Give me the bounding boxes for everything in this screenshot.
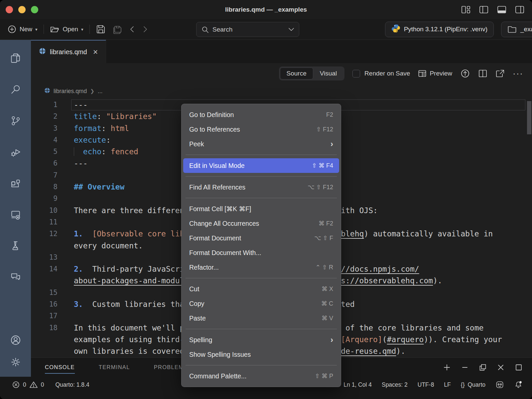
eol-status[interactable]: LF <box>444 381 451 388</box>
menu-item-cut[interactable]: Cut⌘ X <box>183 282 339 296</box>
feedback-smiley-icon[interactable] <box>495 380 504 389</box>
line-number: 15 <box>31 287 58 299</box>
toolbar-divider <box>44 25 44 34</box>
customize-layout-icon[interactable] <box>461 5 471 14</box>
new-console-icon[interactable] <box>443 363 451 371</box>
menu-item-shortcut: ⌘ F2 <box>319 220 333 227</box>
save-icon[interactable] <box>96 24 106 34</box>
chevron-right-icon: ❯ <box>90 88 94 94</box>
menu-item-paste[interactable]: Paste⌘ V <box>183 311 339 326</box>
menu-item-find-all-references[interactable]: Find All References⌥ ⇧ F12 <box>183 180 339 195</box>
quarto-file-icon <box>44 87 50 95</box>
chevron-down-icon: ▾ <box>81 27 83 32</box>
line-number: 5 <box>31 146 58 158</box>
toggle-left-sidebar-icon[interactable] <box>479 5 489 14</box>
menu-item-label: Peek <box>189 140 331 148</box>
menu-item-command-palette[interactable]: Command Palette...⇧ ⌘ P <box>183 369 339 383</box>
code-text: format: html <box>58 124 129 133</box>
menu-item-label: Paste <box>189 315 322 322</box>
explorer-icon[interactable] <box>10 53 21 64</box>
indentation-status[interactable]: Spaces: 2 <box>382 381 408 388</box>
preview-button[interactable]: Preview <box>418 69 452 77</box>
zoom-window-button[interactable] <box>31 6 38 13</box>
menu-item-copy[interactable]: Copy⌘ C <box>183 296 339 311</box>
tab-label: libraries.qmd <box>50 48 87 56</box>
panel-tab-console[interactable]: CONSOLE <box>45 362 75 372</box>
line-number: 3 <box>31 123 58 134</box>
toggle-right-sidebar-icon[interactable] <box>515 5 525 14</box>
visual-mode-button[interactable]: Visual <box>313 67 343 79</box>
navigate-forward-icon[interactable] <box>142 24 149 34</box>
run-debug-icon[interactable] <box>10 146 21 158</box>
menu-item-label: Change All Occurrences <box>189 220 319 227</box>
close-panel-icon[interactable] <box>497 363 505 371</box>
preview-icon <box>418 69 427 77</box>
menu-item-format-document[interactable]: Format Document⌥ ⇧ F <box>183 231 339 245</box>
menu-item-label: Find All References <box>189 184 308 191</box>
menu-item-shortcut: ⌘ C <box>321 300 333 307</box>
close-window-button[interactable] <box>6 6 13 13</box>
testing-beaker-icon[interactable] <box>10 240 21 251</box>
source-control-icon[interactable] <box>10 115 21 126</box>
workspace-selector[interactable]: _examples <box>501 22 532 37</box>
menu-item-peek[interactable]: Peek› <box>183 137 339 151</box>
account-icon[interactable] <box>10 334 22 346</box>
menu-item-shortcut: ⌥ ⇧ F <box>314 234 333 242</box>
cursor-position-status[interactable]: Ln 1, Col 4 <box>343 381 372 388</box>
menu-item-show-spelling-issues[interactable]: Show Spelling Issues <box>183 347 339 362</box>
menu-item-edit-in-visual-mode[interactable]: Edit in Visual Mode⇧ ⌘ F4 <box>183 158 339 173</box>
menu-item-shortcut: F2 <box>326 111 333 118</box>
line-number: 12 <box>31 228 58 240</box>
search-input[interactable]: Search <box>196 22 299 37</box>
breadcrumb[interactable]: libraries.qmd ❯ ... <box>31 84 532 98</box>
editor-scrollbar[interactable] <box>527 101 531 134</box>
breadcrumb-more[interactable]: ... <box>98 88 103 95</box>
tab-libraries-qmd[interactable]: libraries.qmd × <box>31 40 106 63</box>
extensions-icon[interactable] <box>10 178 21 189</box>
restore-panel-icon[interactable] <box>479 363 487 371</box>
menu-item-go-to-references[interactable]: Go to References⇧ F12 <box>183 122 339 137</box>
menu-item-format-document-with[interactable]: Format Document With... <box>183 245 339 260</box>
notifications-bell-icon[interactable] <box>514 380 523 389</box>
comments-icon[interactable] <box>10 271 21 283</box>
code-text: --- <box>58 159 88 168</box>
panel-layout-icon[interactable] <box>515 363 523 371</box>
render-publish-icon[interactable] <box>460 68 470 78</box>
problems-status[interactable]: 0 0 <box>12 381 44 389</box>
menu-item-format-cell-k-f[interactable]: Format Cell [⌘K ⌘F] <box>183 201 339 216</box>
encoding-status[interactable]: UTF-8 <box>418 381 434 388</box>
minimize-window-button[interactable] <box>18 6 26 13</box>
open-in-new-window-icon[interactable] <box>495 69 505 78</box>
settings-gear-icon[interactable] <box>10 356 22 368</box>
search-sidebar-icon[interactable] <box>10 84 21 95</box>
remote-sessions-icon[interactable] <box>10 209 21 220</box>
chevron-down-icon <box>288 28 294 32</box>
menu-item-shortcut: ⇧ F12 <box>316 126 333 133</box>
menu-item-go-to-definition[interactable]: Go to DefinitionF2 <box>183 107 339 122</box>
render-on-save-label: Render on Save <box>364 70 410 77</box>
toggle-panel-icon[interactable] <box>497 5 507 14</box>
source-mode-button[interactable]: Source <box>280 67 313 79</box>
panel-tab-terminal[interactable]: TERMINAL <box>99 362 130 372</box>
menu-item-spelling[interactable]: Spelling› <box>183 332 339 347</box>
menu-item-label: Format Document With... <box>189 249 333 257</box>
code-text: every document. <box>58 241 143 250</box>
line-number: 4 <box>31 134 58 146</box>
breadcrumb-file[interactable]: libraries.qmd <box>54 88 87 95</box>
line-number: 17 <box>31 310 58 322</box>
quarto-version-status[interactable]: Quarto: 1.8.4 <box>55 381 89 388</box>
language-mode-status[interactable]: {} Quarto <box>461 381 485 388</box>
close-tab-icon[interactable]: × <box>93 48 98 56</box>
interpreter-selector[interactable]: Python 3.12.1 (PipEnv: .venv) <box>385 22 494 37</box>
split-editor-icon[interactable] <box>478 69 487 78</box>
menu-item-change-all-occurrences[interactable]: Change All Occurrences⌘ F2 <box>183 216 339 231</box>
navigate-back-icon[interactable] <box>128 24 136 34</box>
render-on-save-checkbox[interactable] <box>352 70 360 77</box>
menu-item-label: Command Palette... <box>189 372 315 380</box>
open-button[interactable]: Open ▾ <box>50 25 83 34</box>
minimize-panel-icon[interactable] <box>461 363 469 371</box>
new-file-button[interactable]: New ▾ <box>7 25 38 34</box>
save-all-icon[interactable] <box>112 24 122 34</box>
code-text: echo: fenced <box>58 147 138 156</box>
menu-item-refactor[interactable]: Refactor...⌃ ⇧ R <box>183 260 339 275</box>
